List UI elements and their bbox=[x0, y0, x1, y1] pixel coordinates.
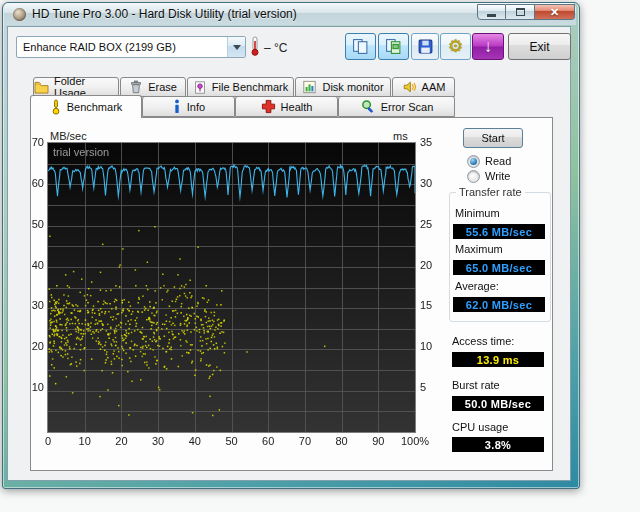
axis-tick: 15 bbox=[420, 299, 446, 311]
tab-label: AAM bbox=[422, 81, 446, 93]
axis-tick: 5 bbox=[420, 381, 446, 393]
drive-selector-value: Enhance RAID BOX (2199 GB) bbox=[17, 41, 227, 53]
options-button[interactable]: ⚙ bbox=[440, 33, 471, 60]
tab-erase[interactable]: Erase bbox=[120, 77, 186, 97]
axis-tick: 40 bbox=[22, 259, 44, 271]
screenshot-icon bbox=[385, 38, 402, 55]
disk-monitor-icon bbox=[302, 80, 317, 94]
tab-label: Erase bbox=[148, 81, 177, 93]
axis-tick: 25 bbox=[420, 218, 446, 230]
benchmark-icon bbox=[50, 99, 62, 115]
tab-disk-monitor[interactable]: Disk monitor bbox=[295, 77, 391, 97]
tab-info[interactable]: Info bbox=[142, 96, 235, 117]
save-icon bbox=[417, 38, 434, 55]
axis-tick: 20 bbox=[22, 340, 44, 352]
info-icon bbox=[172, 99, 182, 114]
axis-tick: 90 bbox=[361, 435, 395, 447]
trash-icon bbox=[129, 80, 143, 94]
access-time-value: 13.9 ms bbox=[452, 352, 544, 367]
axis-tick: 20 bbox=[104, 435, 138, 447]
axis-tick: 70 bbox=[288, 435, 322, 447]
axis-tick: 10 bbox=[420, 340, 446, 352]
copy-text-button[interactable] bbox=[345, 33, 376, 60]
exit-button[interactable]: Exit bbox=[508, 33, 571, 60]
options-gear-icon: ⚙ bbox=[448, 38, 463, 56]
access-time-label: Access time: bbox=[452, 335, 514, 347]
copy-icon bbox=[352, 38, 369, 55]
tab-label: Error Scan bbox=[381, 101, 434, 113]
error-scan-icon bbox=[360, 99, 376, 114]
axis-tick: 10 bbox=[22, 381, 44, 393]
tab-label: File Benchmark bbox=[212, 81, 288, 93]
write-radio[interactable] bbox=[467, 170, 480, 183]
axis-tick: 20 bbox=[420, 259, 446, 271]
axis-tick: 40 bbox=[178, 435, 212, 447]
transfer-rate-legend: Transfer rate bbox=[456, 186, 525, 198]
axis-tick: 100% bbox=[398, 435, 432, 447]
health-icon bbox=[261, 99, 276, 114]
y-left-axis-title: MB/sec bbox=[50, 130, 87, 142]
maximize-icon bbox=[516, 8, 525, 16]
axis-tick: 35 bbox=[420, 136, 446, 148]
minimize-icon bbox=[487, 14, 496, 17]
window-title: HD Tune Pro 3.00 - Hard Disk Utility (tr… bbox=[32, 7, 297, 21]
average-label: Average: bbox=[455, 280, 499, 292]
file-benchmark-icon bbox=[193, 80, 207, 95]
axis-tick: 30 bbox=[22, 299, 44, 311]
folder-icon bbox=[34, 81, 49, 94]
benchmark-chart bbox=[48, 143, 415, 432]
save-button[interactable] bbox=[411, 33, 439, 60]
axis-tick: 30 bbox=[420, 177, 446, 189]
tab-file-benchmark[interactable]: File Benchmark bbox=[187, 77, 294, 97]
axis-tick: 60 bbox=[251, 435, 285, 447]
axis-tick: 60 bbox=[22, 177, 44, 189]
tab-label: Info bbox=[187, 101, 205, 113]
maximum-value: 65.0 MB/sec bbox=[453, 260, 545, 275]
close-icon: ✕ bbox=[550, 5, 559, 19]
axis-tick: 0 bbox=[31, 435, 65, 447]
tab-benchmark[interactable]: Benchmark bbox=[30, 95, 142, 118]
cpu-usage-label: CPU usage bbox=[452, 421, 508, 433]
tab-label: Benchmark bbox=[67, 101, 123, 113]
drive-selector[interactable]: Enhance RAID BOX (2199 GB) bbox=[16, 36, 246, 58]
dropdown-arrow-icon[interactable] bbox=[227, 37, 245, 57]
start-button[interactable]: Start bbox=[463, 128, 523, 148]
read-radio-label[interactable]: Read bbox=[485, 155, 511, 167]
tab-health[interactable]: Health bbox=[235, 96, 338, 117]
speaker-icon bbox=[402, 80, 417, 94]
minimum-value: 55.6 MB/sec bbox=[453, 224, 545, 239]
axis-tick: 30 bbox=[141, 435, 175, 447]
tab-label: Disk monitor bbox=[322, 81, 383, 93]
trial-watermark: trial version bbox=[53, 146, 109, 158]
tab-label: Health bbox=[281, 101, 313, 113]
thermometer-icon bbox=[249, 36, 261, 56]
update-download-button[interactable]: ↓ bbox=[472, 33, 504, 60]
copy-screenshot-button[interactable] bbox=[378, 33, 409, 60]
read-radio[interactable] bbox=[467, 155, 480, 168]
burst-rate-value: 50.0 MB/sec bbox=[452, 396, 544, 411]
axis-tick: 70 bbox=[22, 136, 44, 148]
axis-tick: 50 bbox=[215, 435, 249, 447]
tab-folder-usage[interactable]: Folder Usage bbox=[33, 77, 119, 97]
write-radio-label[interactable]: Write bbox=[485, 170, 510, 182]
minimize-button[interactable] bbox=[477, 4, 506, 20]
axis-tick: 50 bbox=[22, 218, 44, 230]
cpu-usage-value: 3.8% bbox=[452, 437, 544, 452]
maximum-label: Maximum bbox=[455, 243, 503, 255]
y-right-axis-title: ms bbox=[393, 130, 408, 142]
temperature-display: – °C bbox=[264, 41, 287, 55]
axis-tick: 80 bbox=[325, 435, 359, 447]
tab-error-scan[interactable]: Error Scan bbox=[338, 96, 455, 117]
minimum-label: Minimum bbox=[455, 207, 500, 219]
axis-tick: 10 bbox=[68, 435, 102, 447]
tab-aam[interactable]: AAM bbox=[392, 77, 455, 97]
close-button[interactable]: ✕ bbox=[535, 4, 575, 20]
hdtune-logo-icon bbox=[13, 8, 26, 21]
screenshot-root: HD Tune Pro 3.00 - Hard Disk Utility (tr… bbox=[0, 0, 640, 512]
burst-rate-label: Burst rate bbox=[452, 379, 500, 391]
average-value: 62.0 MB/sec bbox=[453, 297, 545, 312]
maximize-button[interactable] bbox=[506, 4, 535, 20]
download-arrow-icon: ↓ bbox=[484, 37, 493, 57]
